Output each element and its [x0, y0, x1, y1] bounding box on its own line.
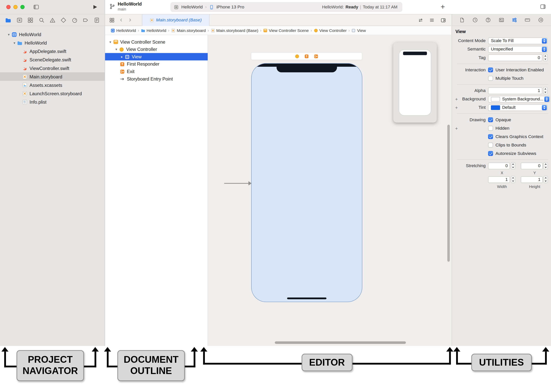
test-navigator-icon[interactable] — [61, 17, 67, 23]
stretching-width-stepper[interactable] — [511, 176, 515, 183]
project-icon — [111, 28, 115, 33]
alpha-stepper[interactable] — [543, 87, 548, 94]
outline-row-exit[interactable]: Exit — [105, 68, 208, 75]
storyboard-entry-point-arrow[interactable] — [224, 181, 252, 185]
jump-bar-item[interactable]: Main.storyboard (Base) — [211, 28, 258, 33]
jump-bar-item[interactable]: HelloWorld — [141, 28, 166, 33]
identity-inspector-icon[interactable] — [498, 17, 504, 23]
autoresize-subviews-checkbox[interactable] — [488, 151, 493, 156]
add-variation-button[interactable] — [454, 126, 459, 130]
multiple-touch-checkbox[interactable] — [488, 76, 493, 81]
jump-bar-item[interactable]: View — [352, 28, 366, 33]
folder-icon — [141, 28, 145, 33]
file-label: HelloWorld — [25, 40, 47, 46]
go-forward-icon[interactable] — [128, 18, 132, 22]
jump-bar-item[interactable]: View Controller — [314, 28, 347, 33]
disclosure-triangle[interactable] — [108, 40, 113, 44]
disclosure-triangle[interactable] — [119, 55, 124, 59]
run-destination: iPhone 13 Pro — [216, 5, 244, 10]
outline-row-entry-point[interactable]: Storyboard Entry Point — [105, 75, 208, 83]
user-interaction-enabled-checkbox[interactable] — [488, 68, 493, 72]
attributes-inspector-icon[interactable] — [512, 17, 517, 23]
source-control-navigator-icon[interactable] — [16, 17, 22, 23]
go-back-icon[interactable] — [119, 18, 123, 22]
add-editor-icon[interactable] — [440, 17, 446, 23]
report-navigator-icon[interactable] — [94, 17, 100, 23]
content-mode-popup[interactable]: Scale To Fill — [488, 37, 547, 44]
outline-row-scene[interactable]: View Controller Scene — [105, 38, 208, 46]
file-row-group[interactable]: HelloWorld — [0, 39, 105, 47]
disclosure-triangle[interactable] — [114, 47, 119, 51]
file-row-project[interactable]: HelloWorld — [0, 30, 105, 39]
minimize-button[interactable] — [13, 5, 18, 9]
breakpoint-navigator-icon[interactable] — [83, 17, 89, 23]
project-branch-block[interactable]: HelloWorld main — [109, 1, 142, 11]
outline-row-view-controller[interactable]: View Controller — [105, 46, 208, 53]
background-color-popup[interactable]: System Background... — [488, 96, 550, 103]
stretching-width-field[interactable]: 1 — [488, 176, 510, 183]
new-tab-button[interactable] — [438, 1, 447, 12]
view-controller-icon[interactable] — [295, 54, 299, 58]
find-navigator-icon[interactable] — [38, 17, 44, 23]
file-row[interactable]: AppDelegate.swift — [0, 47, 105, 56]
history-inspector-icon[interactable] — [472, 17, 478, 23]
file-inspector-icon[interactable] — [459, 17, 465, 23]
stretching-height-stepper[interactable] — [544, 176, 548, 183]
minimap[interactable] — [393, 42, 437, 123]
symbol-navigator-icon[interactable] — [28, 17, 34, 23]
clips-to-bounds-checkbox[interactable] — [488, 143, 493, 148]
file-row[interactable]: Info.plist — [0, 98, 105, 106]
utilities-toggle-icon[interactable] — [540, 4, 546, 9]
opaque-checkbox[interactable] — [488, 117, 493, 122]
outline-row-view-selected[interactable]: View — [105, 53, 208, 60]
run-button[interactable] — [92, 4, 98, 10]
disclosure-triangle[interactable] — [12, 41, 17, 45]
stretching-x-field[interactable]: 0 — [488, 162, 510, 169]
tag-stepper[interactable] — [543, 54, 548, 61]
add-variation-button[interactable] — [454, 105, 459, 110]
outline-label: View Controller Scene — [120, 39, 165, 45]
close-button[interactable] — [6, 5, 11, 9]
add-variation-button[interactable] — [454, 97, 459, 101]
stretching-y-stepper[interactable] — [544, 162, 548, 169]
disclosure-triangle[interactable] — [6, 33, 11, 36]
file-row[interactable]: SceneDelegate.swift — [0, 56, 105, 64]
tint-color-popup[interactable]: Default — [488, 104, 547, 111]
file-row[interactable]: ViewController.swift — [0, 64, 105, 72]
alpha-field[interactable]: 1 — [488, 87, 542, 94]
navigator-toggle-icon[interactable] — [33, 4, 39, 10]
show-all-tabs-icon[interactable] — [109, 17, 115, 23]
stretching-x-stepper[interactable] — [511, 162, 515, 169]
project-navigator-icon[interactable] — [5, 17, 11, 23]
debug-navigator-icon[interactable] — [71, 17, 78, 23]
code-review-icon[interactable] — [418, 17, 423, 23]
semantic-popup[interactable]: Unspecified — [488, 46, 547, 53]
stretching-height-field[interactable]: 1 — [521, 176, 543, 183]
hidden-checkbox[interactable] — [488, 126, 493, 131]
stretching-y-field[interactable]: 0 — [521, 162, 543, 169]
editor-canvas[interactable] — [208, 35, 451, 346]
adjust-editor-options-icon[interactable] — [429, 17, 435, 23]
file-row[interactable]: LaunchScreen.storyboard — [0, 89, 105, 98]
horizontal-scrollbar[interactable] — [275, 341, 406, 344]
storyboard-file-icon — [22, 74, 27, 79]
outline-row-first-responder[interactable]: First Responder — [105, 60, 208, 68]
tab-main-storyboard[interactable]: Main.storyboard (Base) — [142, 14, 210, 26]
jump-bar-item[interactable]: HelloWorld — [111, 28, 136, 33]
first-responder-icon[interactable] — [304, 54, 309, 58]
zoom-button[interactable] — [21, 5, 25, 9]
connections-inspector-icon[interactable] — [538, 17, 543, 23]
tag-field[interactable]: 0 — [488, 54, 542, 61]
vertical-scrollbar[interactable] — [447, 125, 450, 262]
scheme-destination-selector[interactable]: HelloWorld iPhone 13 Pro — [170, 4, 244, 10]
jump-bar-item[interactable]: View Controller Scene — [263, 28, 309, 33]
file-row[interactable]: Assets.xcassets — [0, 81, 105, 89]
exit-icon[interactable] — [314, 54, 318, 58]
jump-bar-item[interactable]: Main.storyboard — [171, 28, 206, 33]
size-inspector-icon[interactable] — [525, 17, 530, 23]
file-row-selected[interactable]: Main.storyboard — [0, 72, 105, 81]
clears-graphics-context-checkbox[interactable] — [488, 134, 493, 139]
quick-help-inspector-icon[interactable] — [485, 17, 491, 23]
issue-navigator-icon[interactable] — [49, 17, 56, 23]
view-controller-view[interactable] — [251, 63, 362, 302]
